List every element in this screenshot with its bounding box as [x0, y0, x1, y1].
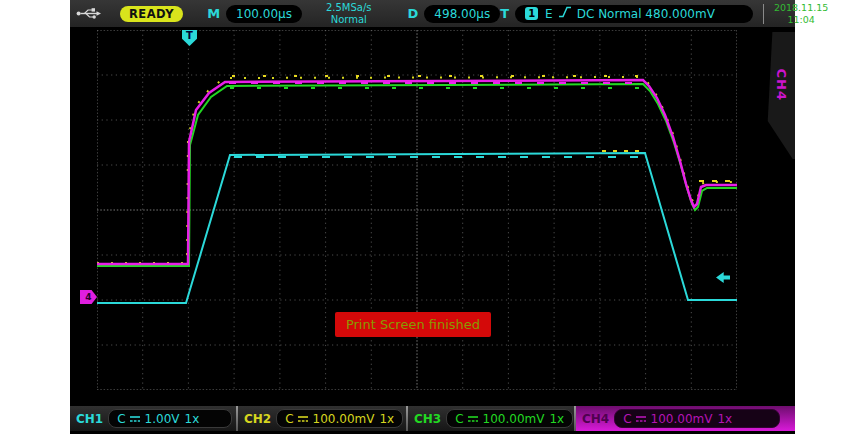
coupling-label: C — [455, 412, 463, 426]
channel-label: CH4 — [582, 412, 609, 426]
channel-settings-pill: C100.00mV1x — [276, 409, 403, 428]
dc-coupling-icon — [467, 414, 479, 424]
delay-value: 498.00μs — [424, 5, 500, 23]
channel-scale: 100.00mV — [483, 412, 545, 426]
coupling-label: C — [285, 412, 293, 426]
channel-status-ch1[interactable]: CH1C1.00V1x — [70, 406, 236, 431]
channel-status-ch2[interactable]: CH2C100.00mV1x — [238, 406, 406, 431]
channel-settings-pill: C1.00V1x — [108, 409, 232, 428]
channel-settings-pill: C100.00mV1x — [446, 409, 573, 428]
status-bar: READY M 100.00μs 2.5MSa/s Normal D 498.0… — [70, 0, 795, 27]
channel-scale: 100.00mV — [651, 412, 713, 426]
coupling-label: C — [623, 412, 631, 426]
trigger-detail: DC Normal 480.000mV — [577, 7, 715, 21]
channel-label: CH3 — [414, 412, 441, 426]
timebase-value: 100.00μs — [226, 5, 302, 23]
dc-coupling-icon — [129, 414, 141, 424]
channel-status-ch4[interactable]: CH4C100.00mV1x — [576, 406, 795, 431]
scope-screen: READY M 100.00μs 2.5MSa/s Normal D 498.0… — [70, 0, 795, 434]
probe-attenuation: 1x — [185, 412, 200, 426]
delay-label: D — [408, 6, 419, 21]
separator — [763, 4, 764, 24]
popup-message: Print Screen finished — [335, 312, 491, 337]
coupling-label: C — [117, 412, 125, 426]
probe-attenuation: 1x — [549, 412, 564, 426]
side-tab-ch4[interactable]: CH4 — [766, 32, 795, 159]
trigger-readout: 1 E DC Normal 480.000mV — [515, 5, 753, 23]
datetime-block: 2018.11.15 11:04 — [772, 2, 830, 25]
channel-settings-pill: C100.00mV1x — [614, 409, 780, 428]
date: 2018.11.15 — [774, 2, 828, 13]
dc-coupling-icon — [635, 414, 647, 424]
channel-status-ch3[interactable]: CH3C100.00mV1x — [408, 406, 574, 431]
acquisition-mode: Normal — [331, 14, 367, 25]
channel-status-bar: CH1C1.00V1xCH2C100.00mV1xCH3C100.00mV1xC… — [70, 406, 795, 431]
dc-coupling-icon — [297, 414, 309, 424]
side-tab-label: CH4 — [774, 69, 789, 95]
channel-label: CH1 — [76, 412, 103, 426]
acquisition-status-badge: READY — [120, 6, 183, 22]
trigger-source-badge: 1 — [525, 7, 538, 20]
channel-scale: 100.00mV — [313, 412, 375, 426]
rising-edge-icon — [558, 6, 572, 21]
sample-rate: 2.5MSa/s — [326, 2, 372, 13]
channel-ground-marker[interactable]: 4 — [80, 290, 97, 304]
usb-icon — [76, 7, 102, 20]
channel-label: CH2 — [244, 412, 271, 426]
sample-rate-block: 2.5MSa/s Normal — [326, 2, 372, 25]
probe-attenuation: 1x — [379, 412, 394, 426]
time: 11:04 — [787, 14, 814, 25]
trigger-label: T — [500, 6, 509, 21]
channel-scale: 1.00V — [145, 412, 180, 426]
probe-attenuation: 1x — [717, 412, 732, 426]
timebase-label: M — [207, 6, 220, 21]
trigger-edge-label: E — [545, 7, 553, 21]
oscilloscope-screenshot: READY M 100.00μs 2.5MSa/s Normal D 498.0… — [0, 0, 865, 434]
